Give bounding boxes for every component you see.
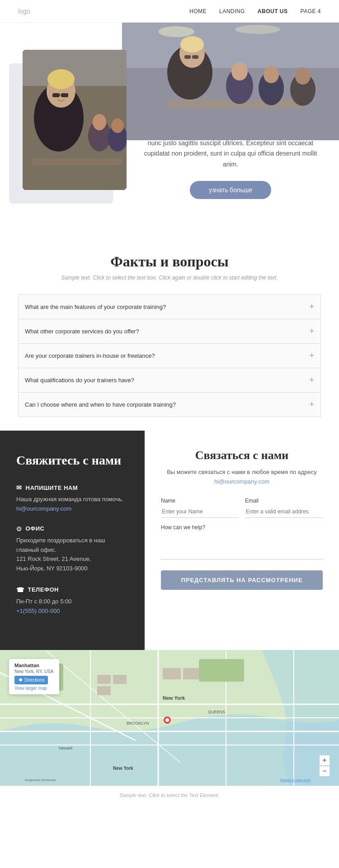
nav-home[interactable]: HOME: [189, 8, 207, 14]
faq-plus-icon: +: [309, 302, 314, 312]
faq-question: Are your corporate trainers in-house or …: [25, 352, 155, 359]
nav-about[interactable]: ABOUT US: [258, 8, 288, 14]
faq-title: Факты и вопросы: [18, 253, 321, 270]
faq-section: Факты и вопросы Sample text. Click to se…: [0, 231, 339, 431]
contact-email-header: ✉ НАПИШИТЕ НАМ: [16, 484, 128, 491]
svg-rect-22: [52, 93, 60, 97]
team-svg: [122, 23, 339, 140]
svg-rect-18: [23, 50, 127, 86]
footer: Sample text. Click to select the Text El…: [0, 786, 339, 804]
svg-rect-42: [199, 659, 244, 682]
faq-item[interactable]: What are the main features of your corpo…: [18, 294, 321, 319]
team-photo: [122, 23, 339, 140]
svg-rect-46: [163, 668, 181, 679]
contact-right-title: Связаться с нами: [161, 449, 323, 462]
contact-form-email-link[interactable]: hi@ourcompany.com: [214, 478, 269, 485]
zoom-in-button[interactable]: +: [319, 755, 330, 766]
faq-item[interactable]: Can I choose where and when to have corp…: [18, 392, 321, 417]
contact-right-desc: Вы можете связаться с нами в любое время…: [161, 468, 323, 487]
faq-item[interactable]: What qualifications do your trainers hav…: [18, 368, 321, 392]
nav-page4[interactable]: PAGE 4: [301, 8, 321, 14]
svg-rect-16: [122, 23, 339, 140]
name-field: Name: [161, 498, 239, 518]
faq-plus-icon: +: [309, 400, 314, 409]
faq-item[interactable]: What other corporate services do you off…: [18, 319, 321, 343]
logo: logo: [18, 8, 30, 15]
zoom-out-button[interactable]: −: [319, 766, 330, 777]
email-icon: ✉: [16, 484, 22, 491]
directions-button[interactable]: Directions: [14, 676, 48, 684]
message-textarea[interactable]: [161, 532, 323, 560]
faq-question: What other corporate services do you off…: [25, 328, 139, 335]
directions-label: Directions: [24, 678, 44, 683]
name-label: Name: [161, 498, 239, 504]
hero-image: [23, 50, 127, 190]
svg-text:QUEENS: QUEENS: [208, 710, 225, 714]
message-field: How can we help?: [161, 524, 323, 561]
map-label-box: Manhattan New York, NY, USA Directions V…: [9, 659, 59, 694]
form-name-email-row: Name Email: [161, 498, 323, 518]
svg-text:Keyboard shortcuts: Keyboard shortcuts: [25, 778, 56, 782]
faq-question: What are the main features of your corpo…: [25, 304, 166, 310]
nav-landing[interactable]: LANDING: [219, 8, 245, 14]
faq-subtitle: Sample text. Click to select the text bo…: [18, 275, 321, 281]
svg-rect-45: [97, 686, 111, 695]
svg-rect-43: [97, 675, 111, 684]
contact-left-panel: Свяжитесь с нами ✉ НАПИШИТЕ НАМ Наша дру…: [0, 431, 145, 650]
message-label: How can we help?: [161, 524, 323, 531]
svg-text:New York: New York: [113, 766, 133, 771]
directions-icon: [18, 678, 23, 682]
contact-phone-header: ☎ ТЕЛЕФОН: [16, 586, 128, 593]
faq-item[interactable]: Are your corporate trainers in-house or …: [18, 343, 321, 368]
contact-phone-link[interactable]: +1(555) 000-000: [16, 607, 60, 614]
faq-list: What are the main features of your corpo…: [18, 294, 321, 417]
navbar: logo HOME LANDING ABOUT US PAGE 4: [0, 0, 339, 23]
svg-rect-23: [61, 93, 68, 97]
map-section: New York BROOKLYN QUEENS Newark New York…: [0, 650, 339, 786]
svg-text:New York: New York: [163, 695, 185, 701]
hero-section: Часто задаваемые вопросы Lorem ipsum dol…: [0, 23, 339, 231]
nav-links: HOME LANDING ABOUT US PAGE 4: [189, 8, 321, 14]
svg-text:Newark: Newark: [59, 746, 73, 750]
map-zoom-controls: + −: [319, 755, 330, 777]
contact-office-heading: ОФИС: [26, 525, 45, 532]
contact-email-text: Наша дружная команда готова помочь.: [16, 495, 128, 504]
faq-question: Can I choose where and when to have corp…: [25, 401, 176, 408]
svg-point-26: [93, 114, 106, 130]
contact-email-block: ✉ НАПИШИТЕ НАМ Наша дружная команда гото…: [16, 484, 128, 512]
map-background: New York BROOKLYN QUEENS Newark New York…: [0, 650, 339, 786]
contact-right-panel: Связаться с нами Вы можете связаться с н…: [145, 431, 339, 650]
hero-button[interactable]: узнать больше: [190, 181, 271, 199]
contact-office-header: ⊙ ОФИС: [16, 525, 128, 532]
svg-point-49: [165, 718, 169, 722]
faq-plus-icon: +: [309, 327, 314, 336]
contact-office-block: ⊙ ОФИС Приходите поздороваться в наш гла…: [16, 525, 128, 574]
faq-question: What qualifications do your trainers hav…: [25, 377, 134, 384]
larger-map-link[interactable]: View larger map: [14, 686, 54, 691]
contact-email-link[interactable]: hi@ourcompany.com: [16, 505, 71, 512]
submit-button[interactable]: ПРЕДСТАВЛЯТЬ НА РАССМОТРЕНИЕ: [161, 570, 323, 590]
svg-text:Report a map error: Report a map error: [280, 778, 311, 782]
contact-phone-block: ☎ ТЕЛЕФОН Пн-Пт с 8:00 до 5:00 +1(555) 0…: [16, 586, 128, 615]
contact-email-heading: НАПИШИТЕ НАМ: [26, 484, 78, 491]
svg-rect-47: [183, 668, 199, 679]
svg-point-21: [47, 69, 75, 89]
contact-phone-text: Пн-Пт с 8:00 до 5:00: [16, 597, 128, 607]
svg-text:BROOKLYN: BROOKLYN: [127, 721, 149, 726]
contact-left-title: Свяжитесь с нами: [16, 453, 128, 468]
contact-section: Свяжитесь с нами ✉ НАПИШИТЕ НАМ Наша дру…: [0, 431, 339, 650]
svg-rect-29: [32, 158, 122, 165]
hero-top-image: [122, 23, 339, 140]
location-icon: ⊙: [16, 525, 22, 532]
svg-point-28: [111, 119, 124, 133]
contact-office-text: Приходите поздороваться в наш главный оф…: [16, 536, 128, 574]
email-label: Email: [245, 498, 323, 504]
map-address: New York, NY, USA: [14, 669, 54, 674]
faq-plus-icon: +: [309, 351, 314, 360]
email-input[interactable]: [245, 506, 323, 518]
name-input[interactable]: [161, 506, 239, 518]
footer-text: Sample text. Click to select the Text El…: [18, 792, 321, 798]
map-place-name: Manhattan: [14, 663, 54, 668]
phone-icon: ☎: [16, 586, 24, 593]
hero-image-container: [18, 50, 127, 204]
